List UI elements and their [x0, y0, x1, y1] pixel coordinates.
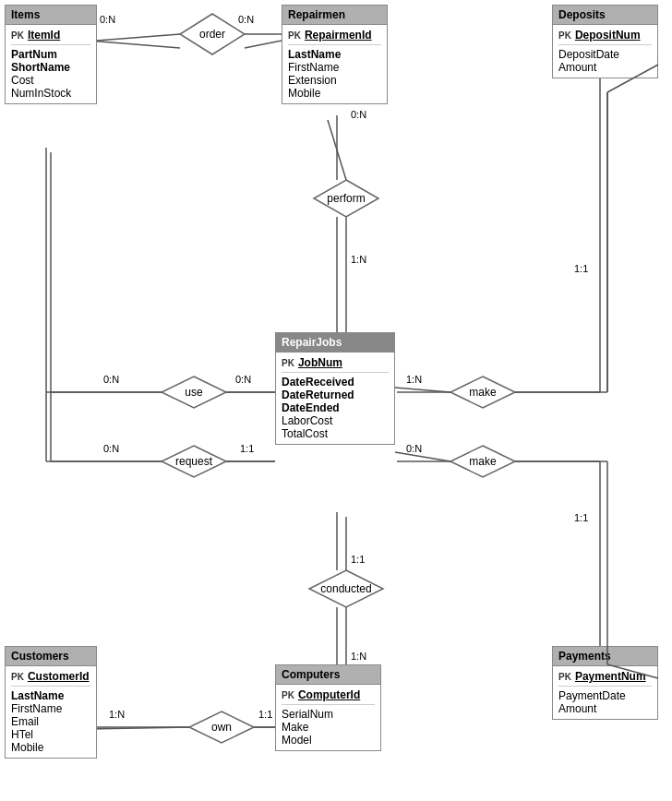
entity-deposits: Deposits PK DepositNum DepositDate Amoun… [552, 5, 658, 78]
repairmen-pk-field: RepairmenId [305, 29, 372, 42]
diamond-own [189, 711, 254, 743]
repairmen-pk-label: PK [288, 30, 301, 41]
diamond-make-top [450, 377, 515, 408]
deposits-pk-field: DepositNum [575, 29, 641, 42]
card-request-left: 0:N [103, 443, 119, 454]
diamond-use-label: use [185, 386, 203, 399]
customers-field-3: HTel [11, 728, 90, 741]
entity-computers: Computers PK ComputerId SerialNum Make M… [275, 664, 381, 751]
entity-computers-header: Computers [276, 665, 380, 685]
items-field-0: PartNum [11, 48, 90, 61]
repairjobs-field-3: LaborCost [282, 414, 389, 427]
svg-line-2 [328, 120, 346, 180]
entity-payments-body: PK PaymentNum PaymentDate Amount [553, 666, 657, 719]
repairjobs-field-2: DateEnded [282, 401, 389, 414]
card-make-top-left: 1:N [406, 374, 422, 385]
computers-field-2: Model [282, 734, 375, 747]
svg-line-33 [395, 388, 450, 392]
card-perform-top: 0:N [351, 109, 366, 120]
diamond-make-bottom [450, 446, 515, 477]
payments-field-1: Amount [558, 702, 652, 715]
card-order-right: 0:N [238, 14, 254, 25]
er-diagram: Items PK ItemId PartNum ShortName Cost N… [0, 0, 672, 801]
repairmen-field-1: FirstName [288, 61, 381, 74]
items-field-3: NumInStock [11, 87, 90, 100]
repairmen-field-2: Extension [288, 74, 381, 87]
deposits-pk-label: PK [558, 30, 571, 41]
payments-pk-label: PK [558, 672, 571, 682]
computers-field-0: SerialNum [282, 708, 375, 721]
card-request-right: 1:1 [240, 443, 254, 454]
diamond-conducted-label: conducted [320, 582, 371, 595]
diamond-order-label: order [199, 28, 225, 41]
diamond-order [180, 14, 245, 54]
diamond-perform [314, 180, 378, 217]
entity-customers-body: PK CustomerId LastName FirstName Email H… [6, 666, 96, 758]
entity-items-header: Items [6, 6, 96, 25]
repairjobs-field-4: TotalCost [282, 427, 389, 440]
entity-repairmen-header: Repairmen [282, 6, 387, 25]
diamond-request [162, 446, 226, 477]
card-own-left: 1:N [109, 709, 125, 720]
svg-line-0 [89, 41, 180, 48]
payments-field-0: PaymentDate [558, 689, 652, 702]
card-conducted-bottom: 1:N [351, 651, 366, 662]
customers-pk-field: CustomerId [28, 670, 90, 683]
entity-items: Items PK ItemId PartNum ShortName Cost N… [5, 5, 97, 104]
entity-items-body: PK ItemId PartNum ShortName Cost NumInSt… [6, 25, 96, 103]
entity-repairjobs-header: RepairJobs [276, 333, 394, 353]
diamond-own-label: own [211, 721, 232, 734]
items-pk-field: ItemId [28, 29, 60, 42]
entity-computers-body: PK ComputerId SerialNum Make Model [276, 685, 380, 750]
entity-repairjobs: RepairJobs PK JobNum DateReceived DateRe… [275, 332, 395, 445]
card-use-right: 0:N [235, 374, 251, 385]
customers-field-1: FirstName [11, 702, 90, 715]
card-payments: 1:1 [574, 512, 588, 523]
deposits-field-0: DepositDate [558, 48, 652, 61]
svg-line-23 [97, 34, 180, 41]
card-use-left: 0:N [103, 374, 119, 385]
diamond-make-bottom-label: make [469, 455, 497, 468]
repairjobs-pk-label: PK [282, 358, 294, 368]
card-perform-bottom: 1:N [351, 254, 366, 265]
entity-deposits-header: Deposits [553, 6, 657, 25]
svg-line-37 [395, 452, 450, 461]
diamond-request-label: request [175, 455, 213, 468]
computers-pk-field: ComputerId [298, 688, 360, 701]
svg-line-21 [89, 727, 189, 729]
customers-field-2: Email [11, 715, 90, 728]
computers-field-1: Make [282, 721, 375, 734]
deposits-field-1: Amount [558, 61, 652, 74]
entity-customers: Customers PK CustomerId LastName FirstNa… [5, 646, 97, 759]
card-order-left: 0:N [100, 14, 115, 25]
card-conducted-top: 1:1 [351, 554, 365, 565]
diamond-conducted [309, 570, 383, 607]
items-field-2: Cost [11, 74, 90, 87]
card-make-bottom-left: 0:N [406, 443, 422, 454]
entity-customers-header: Customers [6, 647, 96, 666]
payments-pk-field: PaymentNum [575, 670, 646, 683]
diamond-use [162, 377, 226, 408]
customers-field-0: LastName [11, 689, 90, 702]
repairmen-field-0: LastName [288, 48, 381, 61]
repairmen-field-3: Mobile [288, 87, 381, 100]
diamond-perform-label: perform [327, 192, 365, 205]
entity-repairjobs-body: PK JobNum DateReceived DateReturned Date… [276, 353, 394, 444]
repairjobs-field-1: DateReturned [282, 389, 389, 401]
card-own-right: 1:1 [258, 709, 272, 720]
repairjobs-pk-field: JobNum [298, 356, 342, 369]
repairjobs-field-0: DateReceived [282, 376, 389, 389]
customers-pk-label: PK [11, 672, 24, 682]
items-field-1: ShortName [11, 61, 90, 74]
entity-payments-header: Payments [553, 647, 657, 666]
svg-line-1 [245, 41, 282, 48]
computers-pk-label: PK [282, 690, 294, 700]
items-pk-label: PK [11, 30, 24, 41]
entity-repairmen-body: PK RepairmenId LastName FirstName Extens… [282, 25, 387, 103]
entity-repairmen: Repairmen PK RepairmenId LastName FirstN… [282, 5, 388, 104]
diamond-make-top-label: make [469, 386, 497, 399]
card-deposits: 1:1 [574, 263, 588, 274]
entity-payments: Payments PK PaymentNum PaymentDate Amoun… [552, 646, 658, 720]
customers-field-4: Mobile [11, 741, 90, 754]
entity-deposits-body: PK DepositNum DepositDate Amount [553, 25, 657, 78]
